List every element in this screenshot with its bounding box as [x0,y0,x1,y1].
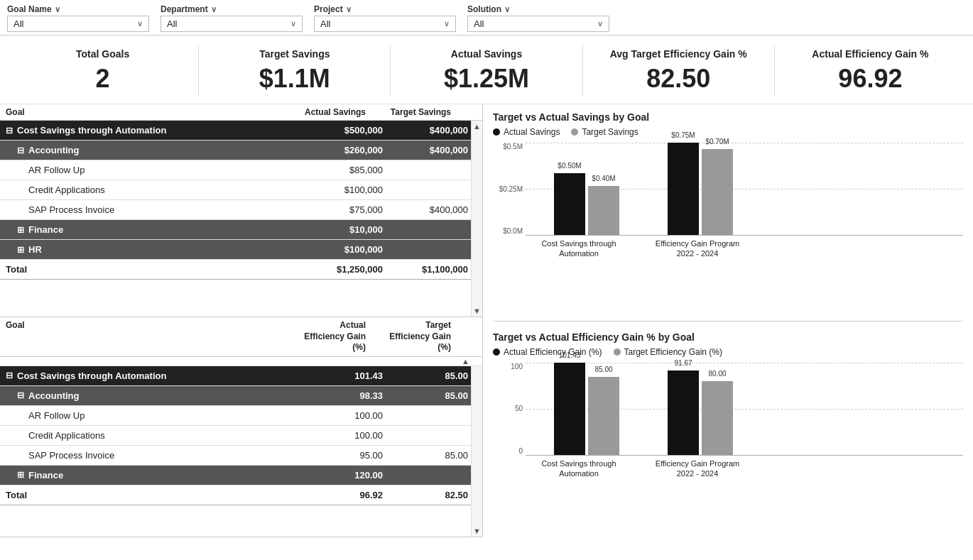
kpi-actual-efficiency-title: Actual Efficiency Gain % [782,48,959,60]
row-label: SAP Process Invoice [28,204,114,215]
efficiency-bar-chart: 100 50 0 101.43 [493,363,963,476]
efficiency-y-axis-0: 0 [518,447,523,455]
table-row: ⊟Accounting98.3385.00 [0,386,482,406]
eff-bar2-actual-label: 91.67 [674,359,692,367]
savings-bar2-target-bar [702,149,733,235]
row-target-cell: 85.00 [390,390,482,401]
filter-department-label: Department ∨ [161,4,303,14]
row-target-cell: $1,100,000 [390,264,482,275]
savings-table-header: Goal Actual Savings Target Savings [0,104,482,121]
solution-dropdown-icon: ∨ [597,19,603,28]
savings-table-section: Goal Actual Savings Target Savings ⊟Cost… [0,104,482,317]
savings-col-actual-header: Actual Savings [281,107,373,117]
kpi-target-savings-title: Target Savings [206,48,383,60]
row-goal-cell: ⊞Finance [0,221,298,238]
row-target-cell: 85.00 [390,370,482,381]
eff-gridline-bot [526,455,963,456]
filter-goal-name: Goal Name ∨ All ∨ [7,4,149,32]
efficiency-table-header: Goal ActualEfficiency Gain(%) TargetEffi… [0,317,482,357]
row-actual-cell: $10,000 [298,224,390,235]
savings-bar-group2: $0.75M $0.70M [668,143,733,235]
efficiency-chart-title: Target vs Actual Efficiency Gain % by Go… [493,331,963,343]
filter-department: Department ∨ All ∨ [161,4,303,32]
goal-name-dropdown-icon: ∨ [137,19,143,28]
savings-y-axis-bot: $0.0M [503,227,523,235]
row-actual-cell: $100,000 [298,244,390,255]
table-row: ⊟Accounting$260,000$400,000 [0,141,482,160]
table-row: SAP Process Invoice95.0085.00 [0,446,482,466]
project-label-text: Project [314,4,343,14]
savings-bar2-target-label: $0.70M [705,138,729,146]
row-label: Finance [28,224,63,235]
efficiency-bar-group2: 91.67 80.00 [668,370,733,455]
row-label: Finance [28,470,63,481]
savings-scroll-up-icon[interactable]: ▲ [473,122,481,131]
department-select[interactable]: All ∨ [161,16,303,32]
savings-bar1-actual: $0.50M [554,173,585,235]
row-actual-cell: 100.00 [298,430,390,441]
expand-minus-icon[interactable]: ⊟ [17,146,24,155]
row-target-cell: $400,000 [390,145,482,155]
savings-legend-actual: Actual Savings [493,127,560,137]
expand-plus-icon[interactable]: ⊞ [17,225,24,235]
expand-minus-icon[interactable]: ⊟ [6,370,13,380]
kpi-actual-savings: Actual Savings $1.25M [391,45,582,97]
eff-bar1-target: 85.00 [588,377,619,455]
row-label: Total [6,264,27,275]
row-goal-cell: Total [0,487,298,503]
row-label: AR Follow Up [28,410,85,421]
row-goal-cell: ⊟Accounting [0,388,298,404]
savings-bar1-actual-bar [554,173,585,235]
expand-plus-icon[interactable]: ⊞ [17,470,24,480]
row-label: Cost Savings through Automation [17,370,166,381]
row-actual-cell: $100,000 [298,185,390,195]
efficiency-legend-target: Target Efficiency Gain (%) [614,347,723,357]
expand-plus-icon[interactable]: ⊞ [17,245,24,255]
table-row: Credit Applications$100,000 [0,180,482,200]
row-goal-cell: ⊞HR [0,241,298,258]
department-value: All [167,18,177,29]
savings-gridline-bot [526,235,963,236]
row-actual-cell: $75,000 [298,204,390,215]
row-goal-cell: Credit Applications [0,182,298,198]
expand-minus-icon[interactable]: ⊟ [17,390,24,400]
row-goal-cell: AR Follow Up [0,407,298,424]
savings-legend-actual-label: Actual Savings [504,127,560,137]
eff-bar1-actual-bar [554,363,585,455]
eff-bar1-target-label: 85.00 [594,366,612,373]
savings-x-label1: Cost Savings throughAutomation [540,238,618,259]
efficiency-legend-actual-dot [493,348,500,356]
eff-bar2-target-label: 80.00 [708,370,726,378]
row-goal-cell: ⊟Cost Savings through Automation [0,122,298,138]
goal-name-value: All [13,18,23,29]
table-row: ⊟Cost Savings through Automation101.4385… [0,366,482,386]
efficiency-chart-area: 101.43 85.00 91.67 [526,363,963,455]
savings-chart-legend: Actual Savings Target Savings [493,127,963,137]
row-goal-cell: ⊞Finance [0,467,298,483]
efficiency-y-axis-50: 50 [515,405,523,412]
kpi-actual-efficiency: Actual Efficiency Gain % 96.92 [775,45,966,97]
table-row: SAP Process Invoice$75,000$400,000 [0,200,482,220]
row-goal-cell: SAP Process Invoice [0,447,298,463]
row-goal-cell: Credit Applications [0,427,298,444]
efficiency-scroll-down-icon[interactable]: ▼ [473,527,481,535]
savings-scroll-col [465,107,477,117]
efficiency-col-actual-header: ActualEfficiency Gain(%) [281,320,373,353]
savings-col-target-header: Target Savings [373,107,465,117]
savings-scroll-down-icon[interactable]: ▼ [473,307,481,315]
kpi-avg-target-efficiency: Avg Target Efficiency Gain % 82.50 [583,45,775,97]
solution-select[interactable]: All ∨ [467,16,609,32]
filter-goal-name-label: Goal Name ∨ [7,4,149,14]
kpi-total-goals-value: 2 [14,64,191,94]
savings-bar1-target: $0.40M [588,186,619,235]
row-goal-cell: AR Follow Up [0,162,298,178]
efficiency-chart-section: Target vs Actual Efficiency Gain % by Go… [493,331,963,531]
savings-y-axis: $0.5M $0.25M $0.0M [493,143,526,235]
expand-minus-icon[interactable]: ⊟ [6,126,13,136]
goal-name-select[interactable]: All ∨ [7,16,149,32]
efficiency-col-goal-header: Goal [6,320,281,330]
kpi-total-goals-title: Total Goals [14,48,191,60]
efficiency-scroll-up-icon[interactable]: ▲ [462,357,469,366]
row-label: AR Follow Up [28,165,85,175]
project-select[interactable]: All ∨ [314,16,456,32]
